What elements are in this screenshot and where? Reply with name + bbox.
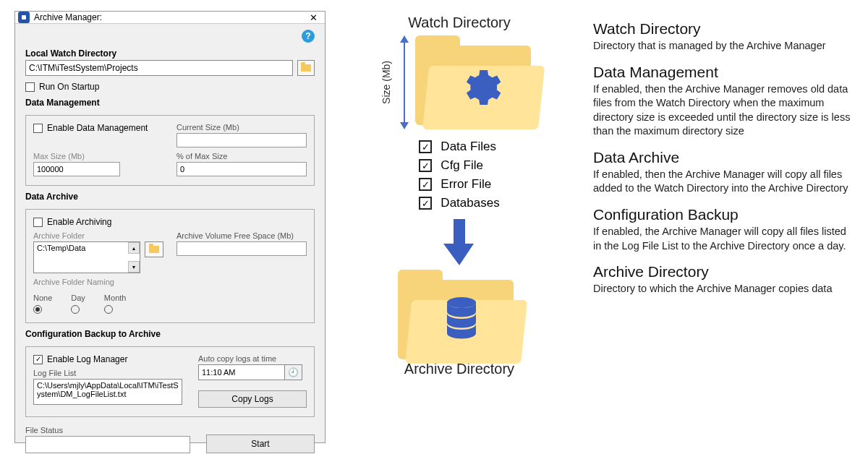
naming-option-month-label: Month: [104, 294, 127, 302]
check-errorfile-label: Error File: [441, 177, 491, 192]
svg-point-0: [447, 297, 476, 308]
scroll-down-button[interactable]: ▾: [128, 261, 140, 273]
titlebar: Archive Manager: ✕: [15, 12, 325, 24]
max-size-input[interactable]: [33, 162, 120, 176]
definition-title: Configuration Backup: [593, 206, 852, 223]
watch-folder-icon: [415, 35, 538, 129]
client-area: ? Local Watch Directory Run On Startup D…: [15, 24, 325, 454]
naming-radio-month[interactable]: [104, 305, 113, 314]
enable-archiving-label: Enable Archiving: [47, 217, 111, 227]
definition-title: Archive Directory: [593, 263, 852, 280]
folder-icon: [301, 64, 311, 72]
watch-directory-label: Local Watch Directory: [25, 48, 315, 59]
diagram-watch-title: Watch Directory: [408, 14, 511, 31]
check-icon: ✓: [419, 178, 432, 191]
archive-folder-icon: [398, 270, 521, 356]
percent-max-input[interactable]: [176, 162, 307, 176]
run-on-startup-row: Run On Startup: [25, 82, 315, 92]
definition-title: Watch Directory: [593, 20, 852, 38]
database-icon: [443, 297, 480, 340]
data-archive-title: Data Archive: [25, 192, 315, 202]
archive-folder-label: Archive Folder: [33, 231, 163, 240]
window-title: Archive Manager:: [34, 12, 305, 22]
run-on-startup-checkbox[interactable]: [25, 82, 35, 92]
enable-log-manager-checkbox[interactable]: [33, 355, 43, 364]
checklist: ✓Data Files ✓Cfg File ✓Error File ✓Datab…: [419, 140, 499, 210]
definition-archive-directory: Archive Directory Directory to which the…: [593, 263, 852, 296]
size-axis-label: Size (Mb): [380, 61, 392, 104]
naming-option-none-label: None: [33, 294, 52, 302]
gear-icon: [456, 64, 502, 111]
enable-data-management-checkbox[interactable]: [33, 124, 43, 133]
config-backup-group: Enable Log Manager Log File List Auto co…: [25, 346, 315, 417]
percent-max-label: % of Max Size: [176, 152, 307, 160]
check-icon: ✓: [419, 197, 432, 210]
definition-data-management: Data Management If enabled, then the Arc…: [593, 64, 852, 139]
check-cfgfile-label: Cfg File: [441, 158, 483, 173]
clock-icon: 🕘: [288, 367, 299, 377]
help-icon[interactable]: ?: [302, 30, 315, 43]
auto-copy-label: Auto copy logs at time: [198, 354, 307, 363]
data-archive-group: Enable Archiving Archive Folder ▴ ▾: [25, 209, 315, 323]
enable-archiving-checkbox[interactable]: [33, 218, 43, 227]
definition-body: If enabled, then the Archive Manager rem…: [593, 82, 852, 139]
browse-watch-button[interactable]: [297, 60, 315, 76]
check-icon: ✓: [419, 159, 432, 172]
definition-data-archive: Data Archive If enabled, then the Archiv…: [593, 149, 852, 196]
scroll-up-button[interactable]: ▴: [128, 242, 140, 254]
naming-option-day-label: Day: [71, 294, 85, 302]
definitions-panel: Watch Directory Directory that is manage…: [593, 0, 868, 454]
diagram-panel: Watch Directory Size (Mb) ✓Data Files ✓C…: [326, 0, 593, 454]
watch-directory-field: Local Watch Directory: [25, 48, 315, 76]
definition-body: Directory to which the Archive Manager c…: [593, 282, 852, 296]
free-space-input[interactable]: [176, 241, 307, 256]
run-on-startup-label: Run On Startup: [39, 82, 99, 92]
watch-directory-input[interactable]: [25, 60, 293, 76]
log-file-list-input[interactable]: [33, 379, 182, 405]
check-datafiles-label: Data Files: [441, 140, 496, 154]
current-size-label: Current Size (Mb): [176, 123, 307, 132]
naming-radio-none[interactable]: [33, 305, 42, 314]
data-management-group: Enable Data Management Current Size (Mb)…: [25, 115, 315, 186]
archive-manager-window: Archive Manager: ✕ ? Local Watch Directo…: [14, 11, 326, 443]
current-size-input[interactable]: [176, 133, 307, 147]
naming-radio-group: None Day Month: [33, 294, 307, 314]
config-backup-title: Configuration Backup to Archive: [25, 329, 315, 339]
check-databases-label: Databases: [441, 196, 499, 210]
clock-button[interactable]: 🕘: [285, 364, 302, 380]
file-status-input[interactable]: [25, 436, 190, 453]
folder-icon: [149, 246, 159, 253]
start-button[interactable]: Start: [206, 434, 315, 453]
file-status-label: File Status: [25, 426, 190, 434]
app-icon: [18, 12, 30, 23]
free-space-label: Archive Volume Free Space (Mb): [176, 231, 307, 240]
data-management-title: Data Management: [25, 98, 315, 108]
browse-archive-button[interactable]: [145, 241, 163, 257]
auto-copy-time-input[interactable]: [198, 364, 285, 380]
enable-data-management-label: Enable Data Management: [47, 123, 148, 133]
definition-title: Data Archive: [593, 149, 852, 166]
definition-body: If enabled, then the Archive Manager wil…: [593, 168, 852, 196]
copy-logs-button[interactable]: Copy Logs: [198, 390, 307, 408]
definition-watch-directory: Watch Directory Directory that is manage…: [593, 20, 852, 53]
close-button[interactable]: ✕: [305, 12, 322, 23]
definition-config-backup: Configuration Backup If enabled, the Arc…: [593, 206, 852, 253]
definition-body: If enabled, the Archive Manager will cop…: [593, 225, 852, 253]
size-arrow-icon: [399, 35, 409, 129]
definition-body: Directory that is managed by the Archive…: [593, 39, 852, 53]
naming-radio-day[interactable]: [71, 305, 80, 314]
archive-folder-input[interactable]: [33, 241, 140, 273]
enable-log-manager-label: Enable Log Manager: [47, 354, 127, 364]
log-file-list-label: Log File List: [33, 369, 182, 377]
max-size-label: Max Size (Mb): [33, 152, 163, 160]
definition-title: Data Management: [593, 64, 852, 81]
check-icon: ✓: [419, 140, 432, 153]
naming-label: Archive Folder Naming: [33, 278, 307, 286]
down-arrow-icon: [443, 219, 475, 265]
